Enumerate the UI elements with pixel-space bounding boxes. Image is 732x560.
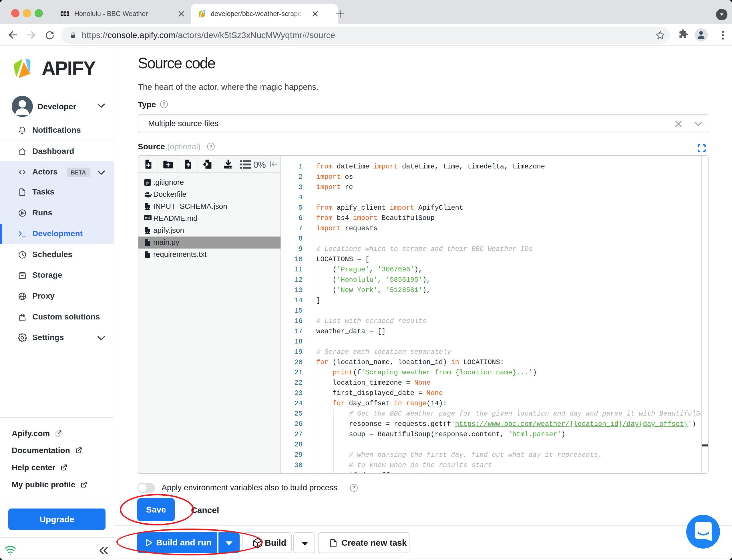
- svg-text:git: git: [146, 181, 149, 185]
- svg-text:B: B: [64, 12, 66, 16]
- svg-text:</>: </>: [145, 207, 150, 210]
- svg-text:</>: </>: [145, 231, 150, 234]
- svg-text:C: C: [67, 12, 69, 16]
- svg-text:B: B: [61, 12, 63, 16]
- svg-text:M: M: [145, 216, 148, 220]
